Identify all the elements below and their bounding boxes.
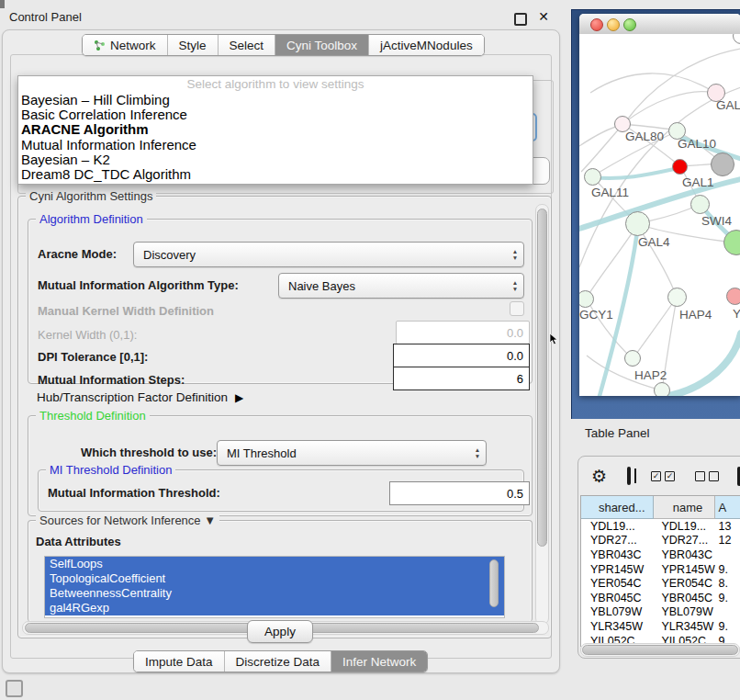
network-node[interactable] [654,382,670,396]
checked-box-icon: ✓ [665,471,675,481]
cell-value: 9. [715,620,740,633]
which-threshold-select[interactable]: MI Threshold ▲▼ [217,440,487,466]
data-attributes-label: Data Attributes [36,535,121,548]
dropdown-item[interactable]: Bayesian – Hill Climbing [18,93,533,107]
tab-jactivemnodules[interactable]: jActiveMNodules [369,35,484,55]
attribute-list-item[interactable]: BetweennessCentrality [45,586,504,601]
dropdown-item[interactable]: Bayesian – K2 [18,152,533,167]
network-desktop: GALGAL80GAL10GAL1GAL11SWI4GAL4GCY1HAP4YH… [571,9,740,419]
table-row[interactable]: YDL19... YDL19... 13 [581,519,740,534]
mi-type-select[interactable]: Naive Bayes ▲▼ [278,273,524,299]
tab-label: Network [110,39,156,52]
network-node[interactable] [726,288,740,305]
float-window-icon[interactable] [514,13,527,26]
network-node[interactable] [584,168,601,186]
spinner-arrows-icon: ▲▼ [507,248,523,261]
network-node-label: Y [733,307,740,321]
manual-kernel-checkbox[interactable] [510,301,524,316]
apply-button[interactable]: Apply [247,620,313,643]
tab-style[interactable]: Style [168,35,219,55]
hub-definition-label: Hub/Transcription Factor Definition [37,390,228,404]
cell-name: YDR27... [654,534,714,547]
network-canvas[interactable]: GALGAL80GAL10GAL1GAL11SWI4GAL4GCY1HAP4YH… [579,34,740,396]
collapsed-panel-icon[interactable] [6,680,23,697]
minimize-traffic-light-icon[interactable] [607,18,620,31]
aracne-mode-value: Discovery [134,248,507,262]
algorithm-definition-legend: Algorithm Definition [36,212,147,226]
attribute-list-item[interactable]: gal4RGexp [45,601,504,615]
aracne-mode-select[interactable]: Discovery ▲▼ [133,242,524,267]
kernel-width-input[interactable]: 0.0 [396,321,530,344]
gear-icon[interactable]: ⚙ [591,466,607,487]
network-window: GALGAL80GAL10GAL1GAL11SWI4GAL4GCY1HAP4YH… [579,14,740,396]
network-node[interactable] [579,290,594,308]
columns-icon[interactable] [627,467,631,485]
network-node-label: GAL10 [678,137,716,151]
tab-label: Discretize Data [236,655,320,669]
network-node[interactable] [711,152,734,176]
dropdown-item[interactable]: ARACNE Algorithm [18,122,533,137]
network-node[interactable] [667,288,687,307]
dropdown-items: Bayesian – Hill ClimbingBasic Correlatio… [18,93,533,182]
tab-cyni-toolbox[interactable]: Cyni Toolbox [275,35,369,55]
network-node[interactable] [625,211,650,236]
select-all-checks-icon[interactable]: ✓ ✓ [651,471,675,481]
table-horizontal-scrollbar[interactable] [580,643,740,657]
dropdown-item[interactable]: Basic Correlation Inference [18,107,533,122]
tab-infer-network[interactable]: Infer Network [331,651,427,672]
table-row[interactable]: YPR145W YPR145W 9. [581,562,740,577]
aracne-mode-label: Aracne Mode: [38,247,117,261]
mi-threshold-legend: MI Threshold Definition [46,463,175,477]
dropdown-item[interactable]: Mutual Information Inference [18,138,533,152]
cell-value: 12 [715,534,740,547]
expanded-arrow-icon[interactable]: ▼ [204,514,216,527]
table-row[interactable]: YER054C YER054C 8. [581,576,740,591]
mi-threshold-label: Mutual Information Threshold: [48,486,220,500]
network-window-titlebar[interactable] [579,14,740,35]
tab-discretize-data[interactable]: Discretize Data [225,651,332,672]
kernel-width-label: Kernel Width (0,1): [38,328,137,342]
dpi-tolerance-input[interactable]: 0.0 [393,344,530,367]
table-row[interactable]: YBR043C YBR043C [581,548,740,562]
table-row[interactable]: YLR345W YLR345W 9. [581,619,740,634]
table-row[interactable]: YDR27... YDR27... 12 [581,534,740,548]
attribute-list-item[interactable]: TopologicalCoefficient [45,571,504,586]
tab-select[interactable]: Select [219,35,276,55]
network-node-label: HAP4 [679,308,712,322]
table-row[interactable]: YBR045C YBR045C 9. [581,591,740,605]
network-node-label: GCY1 [579,308,613,322]
network-node-label: SWI4 [701,214,732,228]
spinner-arrows-icon: ▲▼ [507,279,523,292]
mi-steps-input[interactable]: 6 [393,367,530,390]
network-node[interactable] [690,195,710,214]
control-panel-tabs: Network Style Select Cyni Toolbox jActiv… [82,34,485,56]
attribute-list-item[interactable]: SelfLoops [45,557,504,571]
table-row[interactable]: YBL079W YBL079W [581,605,740,620]
column-header-shared-name[interactable]: shared... [581,496,654,519]
algorithm-dropdown-list: Select algorithm to view settings Bayesi… [17,75,533,185]
sources-legend-text: Sources for Network Inference [39,514,201,527]
data-attributes-list: SelfLoopsTopologicalCoefficientBetweenne… [44,556,505,618]
dropdown-item[interactable]: Dream8 DC_TDC Algorithm [18,167,533,182]
column-header-partial[interactable]: A [715,496,740,519]
tab-impute-data[interactable]: Impute Data [134,651,225,672]
hub-definition-toggle[interactable]: Hub/Transcription Factor Definition▶ [37,390,243,404]
which-threshold-label: Which threshold to use: [81,446,217,459]
deselect-all-checks-icon[interactable] [695,471,719,481]
list-scrollbar[interactable] [488,558,499,615]
unchecked-box-icon [695,471,705,481]
threshold-definition-group: Threshold Definition Which threshold to … [28,415,533,516]
unchecked-box-icon [709,471,719,481]
settings-vertical-scrollbar[interactable] [535,204,549,625]
zoom-traffic-light-icon[interactable] [623,18,636,31]
network-node[interactable] [624,350,641,367]
mi-threshold-input[interactable]: 0.5 [389,481,530,505]
close-icon[interactable]: ✕ [538,9,549,24]
tab-network[interactable]: Network [83,35,168,55]
cell-name: YER054C [654,577,714,590]
control-panel-body: Network Style Select Cyni Toolbox jActiv… [2,29,560,673]
network-node[interactable] [672,159,688,175]
close-traffic-light-icon[interactable] [590,18,603,31]
column-header-name[interactable]: name [654,496,714,519]
cell-name: YDL19... [654,520,714,533]
